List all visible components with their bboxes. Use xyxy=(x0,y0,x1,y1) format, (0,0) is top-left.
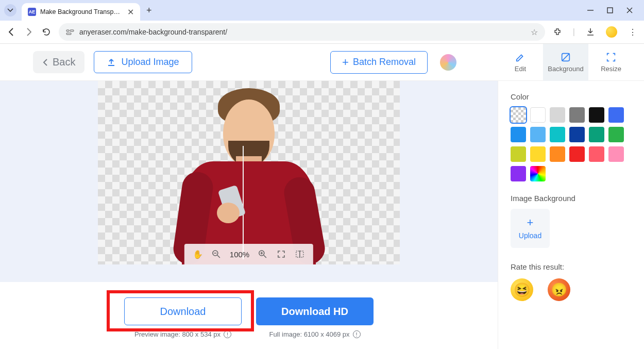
bookmark-star-icon[interactable]: ☆ xyxy=(531,27,538,37)
downloads-icon[interactable] xyxy=(585,27,596,37)
tab-title: Make Background Transparent xyxy=(40,8,123,15)
download-row: Download Preview image: 800 x 534 px ! D… xyxy=(0,282,498,349)
image-canvas[interactable]: ✋ 100% xyxy=(98,81,400,264)
full-caption: Full image: 6100 x 4069 px ! xyxy=(256,330,374,338)
new-tab-button[interactable]: + xyxy=(146,5,152,16)
color-swatch[interactable] xyxy=(608,127,624,142)
maximize-icon[interactable] xyxy=(606,6,614,14)
pan-hand-icon[interactable]: ✋ xyxy=(193,249,203,259)
color-swatch[interactable] xyxy=(569,146,585,162)
batch-removal-button[interactable]: + Batch Removal xyxy=(330,51,428,74)
favicon-icon: AE xyxy=(28,8,36,16)
tab-background-label: Background xyxy=(548,65,583,73)
sidebar: Color Image Background + Upload Rate thi… xyxy=(498,81,644,349)
angry-emoji-icon: 😠 xyxy=(551,282,567,298)
chevron-down-icon xyxy=(7,7,13,13)
zoom-toolbar: ✋ 100% xyxy=(184,244,313,264)
reload-icon[interactable] xyxy=(41,27,52,37)
color-swatch[interactable] xyxy=(589,127,604,142)
chevron-left-icon xyxy=(42,59,49,66)
color-swatch[interactable] xyxy=(550,107,565,123)
svg-rect-3 xyxy=(70,30,74,31)
svg-rect-4 xyxy=(66,33,71,35)
svg-rect-1 xyxy=(607,8,613,13)
subject-image xyxy=(182,81,316,264)
tab-background[interactable]: Background xyxy=(543,44,588,81)
zoom-out-icon[interactable] xyxy=(211,249,222,259)
back-icon[interactable] xyxy=(6,27,16,37)
laugh-emoji-icon: 😆 xyxy=(514,282,530,298)
svg-line-13 xyxy=(264,255,266,258)
info-icon[interactable]: ! xyxy=(224,330,231,338)
minimize-icon[interactable] xyxy=(586,6,595,14)
upload-bg-label: Upload xyxy=(519,231,541,240)
close-tab-icon[interactable]: ✕ xyxy=(127,7,134,17)
preview-caption: Preview image: 800 x 534 px ! xyxy=(124,330,242,338)
color-swatch[interactable] xyxy=(569,107,585,123)
plus-icon: + xyxy=(527,217,534,228)
toolbar-separator: | xyxy=(573,27,575,37)
image-bg-heading: Image Background xyxy=(511,194,632,203)
tab-resize-label: Resize xyxy=(601,65,621,73)
svg-line-9 xyxy=(217,255,220,258)
color-swatch[interactable] xyxy=(530,146,546,162)
color-swatch[interactable] xyxy=(511,107,526,123)
browser-address-bar: anyeraser.com/make-background-transparen… xyxy=(0,21,644,44)
profile-icon[interactable] xyxy=(606,26,617,38)
download-hd-button[interactable]: Download HD xyxy=(256,297,374,325)
color-swatch[interactable] xyxy=(511,127,526,142)
batch-label: Batch Removal xyxy=(353,57,416,68)
zoom-value: 100% xyxy=(230,250,249,259)
upload-background-button[interactable]: + Upload xyxy=(511,209,550,248)
resize-icon xyxy=(605,52,617,63)
site-settings-icon xyxy=(66,28,74,36)
rate-heading: Rate this result: xyxy=(511,262,632,271)
color-swatch[interactable] xyxy=(608,146,624,162)
extensions-icon[interactable] xyxy=(552,27,563,37)
back-label: Back xyxy=(53,56,75,68)
tab-edit[interactable]: Edit xyxy=(498,44,543,81)
upload-image-button[interactable]: Upload Image xyxy=(94,51,192,73)
forward-icon[interactable] xyxy=(24,27,34,37)
close-window-icon[interactable] xyxy=(625,6,634,14)
color-swatch[interactable] xyxy=(550,127,565,142)
plus-icon: + xyxy=(342,57,349,68)
color-swatch[interactable] xyxy=(511,166,526,181)
browser-tab-strip: AE Make Background Transparent ✕ + xyxy=(0,0,644,21)
color-swatch[interactable] xyxy=(530,107,546,123)
fullscreen-icon[interactable] xyxy=(276,249,286,259)
svg-rect-2 xyxy=(66,30,69,31)
app-header: Back Upload Image + Batch Removal Edit B… xyxy=(0,44,644,81)
color-swatch[interactable] xyxy=(530,166,546,181)
color-swatches xyxy=(511,107,632,181)
color-swatch[interactable] xyxy=(511,146,526,162)
user-avatar[interactable] xyxy=(440,54,456,71)
svg-line-6 xyxy=(562,54,570,61)
url-text: anyeraser.com/make-background-transparen… xyxy=(79,28,526,36)
color-swatch[interactable] xyxy=(530,127,546,142)
tabs-dropdown-button[interactable] xyxy=(4,4,16,16)
compare-icon[interactable] xyxy=(295,249,305,259)
color-swatch[interactable] xyxy=(550,146,565,162)
back-button[interactable]: Back xyxy=(33,51,84,73)
edit-icon xyxy=(515,52,526,63)
upload-icon xyxy=(107,58,116,67)
color-swatch[interactable] xyxy=(569,127,585,142)
zoom-in-icon[interactable] xyxy=(258,249,268,259)
browser-tab[interactable]: AE Make Background Transparent ✕ xyxy=(22,3,140,21)
background-icon xyxy=(560,52,571,63)
url-field[interactable]: anyeraser.com/make-background-transparen… xyxy=(59,23,545,41)
upload-label: Upload Image xyxy=(121,57,179,68)
browser-menu-icon[interactable]: ⋮ xyxy=(628,27,638,37)
rate-unhappy-button[interactable]: 😠 xyxy=(548,278,570,301)
tab-resize[interactable]: Resize xyxy=(588,44,634,81)
canvas-column: ✋ 100% Download Preview image: 800 x 534… xyxy=(0,81,498,349)
color-heading: Color xyxy=(511,92,632,101)
color-swatch[interactable] xyxy=(608,107,624,123)
color-swatch[interactable] xyxy=(589,107,604,123)
info-icon[interactable]: ! xyxy=(353,330,361,338)
color-swatch[interactable] xyxy=(589,146,604,162)
tab-edit-label: Edit xyxy=(515,65,526,73)
tool-tabs: Edit Background Resize xyxy=(498,44,634,81)
rate-happy-button[interactable]: 😆 xyxy=(511,278,533,301)
